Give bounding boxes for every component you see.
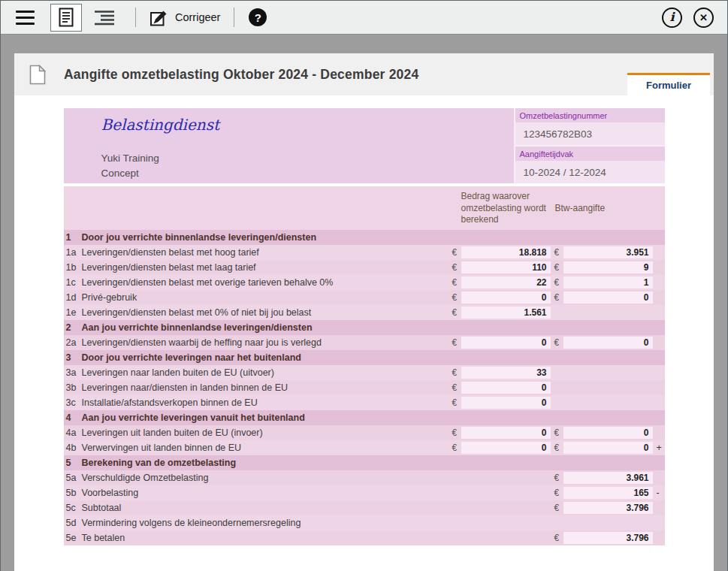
vat-amount-field: 3.796 (563, 532, 653, 544)
form-data-row: 1aLeveringen/diensten belast met hoog ta… (64, 245, 665, 260)
form-rows: 1Door jou verrichte binnenlandse leverin… (64, 230, 665, 545)
euro-symbol: € (554, 503, 560, 513)
form-data-row: 2aLeveringen/diensten waarbij de heffing… (64, 335, 665, 350)
vat-amount-field: 0 (563, 337, 653, 349)
row-number: 5e (66, 533, 81, 543)
info-button[interactable]: i (662, 8, 682, 28)
row-number: 4a (66, 427, 81, 438)
euro-symbol: € (452, 382, 458, 393)
row-label: Berekening van de omzetbelasting (82, 458, 237, 468)
close-icon: ✕ (699, 13, 708, 23)
form-data-row: 1eLeveringen/diensten belast met 0% of n… (64, 305, 665, 320)
euro-symbol: € (554, 292, 560, 303)
row-label: Leveringen naar/diensten in landen binne… (82, 382, 288, 393)
euro-symbol: € (554, 427, 560, 438)
row-label: Te betalen (82, 533, 125, 543)
page-title: Aangifte omzetbelasting Oktober 2024 - D… (64, 67, 418, 83)
corrigeer-label: Corrigeer (175, 11, 220, 23)
menu-button[interactable] (11, 4, 38, 31)
row-label: Aan jou verrichte binnenlandse leveringe… (82, 322, 313, 333)
row-number: 5d (66, 518, 81, 528)
euro-symbol: € (452, 367, 458, 378)
toolbar: Corrigeer ? i ✕ (1, 1, 727, 35)
base-amount-field: 0 (461, 427, 551, 439)
euro-symbol: € (452, 262, 458, 273)
help-button[interactable]: ? (246, 5, 270, 29)
form-data-row: 3aLeveringen naar landen buiten de EU (u… (64, 365, 665, 380)
status-label: Concept (101, 168, 139, 179)
summary-view-button[interactable] (89, 4, 120, 32)
row-label: Leveringen/diensten belast met hoog tari… (82, 247, 259, 258)
row-number: 1c (66, 277, 81, 288)
base-amount-field: 0 (461, 397, 551, 409)
vat-amount-field: 9 (563, 261, 653, 273)
euro-symbol: € (554, 473, 560, 483)
close-button[interactable]: ✕ (693, 8, 714, 28)
row-number: 4 (66, 412, 81, 423)
form-section-row: 1Door jou verrichte binnenlandse leverin… (64, 230, 665, 245)
row-label: Leveringen naar landen buiten de EU (uit… (82, 367, 274, 378)
page-icon (29, 65, 46, 85)
base-amount-field: 0 (461, 442, 551, 454)
operator-suffix: - (657, 488, 660, 498)
operator-suffix: + (657, 443, 662, 453)
row-number: 2a (66, 337, 81, 348)
euro-symbol: € (452, 397, 458, 408)
vat-amount-field: 3.961 (563, 472, 653, 484)
outline-icon (93, 9, 116, 26)
document-icon (59, 8, 74, 27)
row-label: Door jou verrichte leveringen naar het b… (82, 352, 301, 363)
euro-symbol: € (554, 277, 560, 288)
form-data-row: 4aLeveringen uit landen buiten de EU (in… (64, 425, 665, 440)
vat-amount-field: 0 (563, 292, 653, 304)
form-data-row: 1bLeveringen/diensten belast met laag ta… (64, 260, 665, 275)
row-number: 1a (66, 247, 81, 258)
column-header-vat: Btw-aangifte (555, 203, 606, 213)
row-label: Verschuldigde Omzetbelasting (82, 473, 209, 483)
row-label: Installatie/afstandsverkopen binnen de E… (82, 397, 258, 408)
euro-symbol: € (554, 488, 560, 498)
corrigeer-button[interactable]: Corrigeer (144, 4, 225, 32)
row-number: 1b (66, 262, 81, 273)
tax-number-value: 123456782B03 (515, 122, 665, 145)
tax-number-label: Omzetbelastingnummer (515, 108, 665, 122)
euro-symbol: € (452, 292, 458, 303)
row-number: 5c (66, 503, 81, 513)
base-amount-field: 0 (461, 337, 551, 349)
euro-symbol: € (554, 247, 560, 258)
euro-symbol: € (452, 427, 458, 438)
row-number: 1d (66, 292, 81, 303)
period-label: Aangiftetijdvak (515, 147, 665, 161)
row-number: 4b (66, 443, 81, 453)
form-data-row: 3bLeveringen naar/diensten in landen bin… (64, 380, 665, 395)
tax-number-cell: Omzetbelastingnummer 123456782B03 (515, 108, 665, 147)
vat-amount-field: 3.951 (563, 246, 653, 258)
row-label: Leveringen/diensten belast met laag tari… (82, 262, 256, 273)
row-label: Leveringen/diensten waarbij de heffing n… (82, 337, 322, 348)
row-label: Leveringen/diensten belast met 0% of nie… (82, 307, 312, 318)
column-headers: Bedrag waarover omzetbelasting wordt ber… (64, 186, 665, 230)
row-label: Voorbelasting (82, 488, 139, 498)
form-view-button[interactable] (50, 4, 82, 32)
period-value: 10-2024 / 12-2024 (515, 161, 665, 183)
row-label: Leveringen uit landen buiten de EU (invo… (82, 427, 263, 438)
app-window: Corrigeer ? i ✕ Aangifte omzetbelasting … (0, 0, 728, 571)
row-label: Door jou verrichte binnenlandse levering… (82, 232, 317, 243)
form-data-row: 3cInstallatie/afstandsverkopen binnen de… (64, 395, 665, 410)
form-data-row: 5dVermindering volgens de kleineondernem… (64, 515, 665, 530)
content-header: Aangifte omzetbelasting Oktober 2024 - D… (14, 53, 714, 95)
euro-symbol: € (452, 277, 458, 288)
row-number: 3 (66, 352, 81, 363)
belastingdienst-logo: Belastingdienst (101, 116, 219, 134)
toolbar-right-icons: i ✕ (662, 8, 717, 28)
base-amount-field: 110 (461, 261, 551, 273)
form-header: Belastingdienst Yuki Training Concept Om… (64, 108, 665, 183)
row-label: Aan jou verrichte leveringen vanuit het … (82, 412, 305, 423)
tab-formulier[interactable]: Formulier (627, 73, 710, 95)
row-number: 3b (66, 382, 81, 393)
form-section-row: 5Berekening van de omzetbelasting (64, 455, 665, 470)
base-amount-field: 33 (461, 367, 551, 379)
hamburger-icon (16, 11, 35, 25)
toolbar-separator (234, 8, 234, 27)
company-name: Yuki Training (101, 153, 159, 164)
